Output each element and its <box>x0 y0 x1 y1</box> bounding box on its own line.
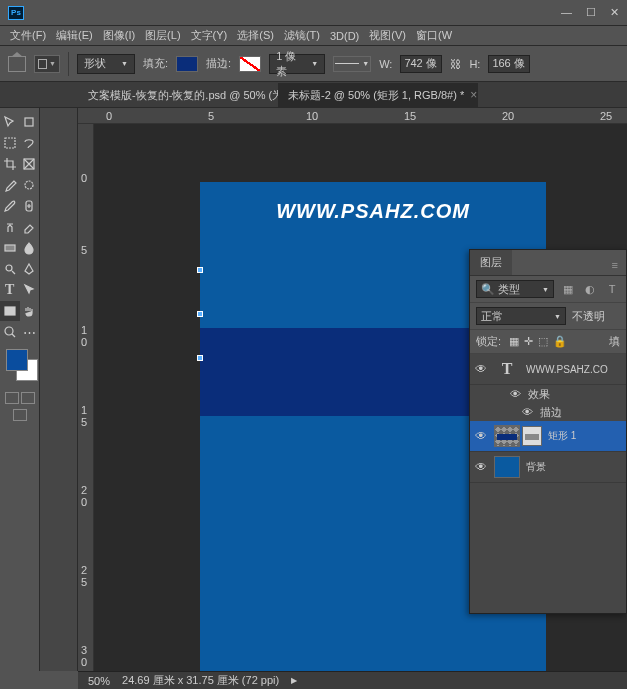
lasso-tool[interactable] <box>20 133 40 153</box>
tool-preset-selector[interactable]: ▼ <box>34 55 60 73</box>
artboard-tool[interactable] <box>20 112 40 132</box>
home-icon[interactable] <box>8 56 26 72</box>
blend-mode-dropdown[interactable]: 正常▼ <box>476 307 566 325</box>
layer-rect[interactable]: 👁 矩形 1 <box>470 421 626 452</box>
menu-type[interactable]: 文字(Y) <box>191 28 228 43</box>
shape-layer-thumb <box>494 425 520 447</box>
visibility-toggle[interactable]: 👁 <box>474 362 488 376</box>
close-button[interactable]: ✕ <box>610 6 619 19</box>
layer-label[interactable]: WWW.PSAHZ.CO <box>526 364 622 375</box>
layer-label[interactable]: 矩形 1 <box>548 429 622 443</box>
app-logo: Ps <box>8 6 24 20</box>
options-bar: ▼ 形状▼ 填充: 描边: 1 像素▼ ▼ W: 742 像 ⛓ H: 166 … <box>0 46 627 82</box>
filter-type-dropdown[interactable]: 🔍 类型 ▼ <box>476 280 554 298</box>
layers-tab[interactable]: 图层 <box>470 250 512 275</box>
stroke-label: 描边: <box>206 56 231 71</box>
brush-tool[interactable] <box>0 196 20 216</box>
gradient-tool[interactable] <box>0 238 20 258</box>
frame-tool[interactable] <box>20 154 40 174</box>
menu-3d[interactable]: 3D(D) <box>330 30 359 42</box>
visibility-toggle[interactable]: 👁 <box>474 460 488 474</box>
stroke-style-dropdown[interactable]: ▼ <box>333 56 371 72</box>
svg-point-3 <box>25 181 33 189</box>
crop-tool[interactable] <box>0 154 20 174</box>
menu-file[interactable]: 文件(F) <box>10 28 46 43</box>
stroke-swatch[interactable] <box>239 56 261 72</box>
menu-select[interactable]: 选择(S) <box>237 28 274 43</box>
layer-label[interactable]: 背景 <box>526 460 622 474</box>
dodge-tool[interactable] <box>0 259 20 279</box>
menu-image[interactable]: 图像(I) <box>103 28 135 43</box>
layer-thumb <box>494 456 520 478</box>
layer-effect-stroke[interactable]: 👁 描边 <box>470 403 626 421</box>
path-select-tool[interactable] <box>20 280 40 300</box>
filter-type-icon[interactable]: T <box>604 281 620 297</box>
document-tab-2[interactable]: 未标题-2 @ 50% (矩形 1, RGB/8#) *× <box>278 83 478 107</box>
quickmask-mode-icon[interactable] <box>21 392 35 404</box>
maximize-button[interactable]: ☐ <box>586 6 596 19</box>
layer-background[interactable]: 👁 背景 <box>470 452 626 483</box>
visibility-toggle[interactable]: 👁 <box>508 388 522 400</box>
menu-edit[interactable]: 编辑(E) <box>56 28 93 43</box>
svg-rect-1 <box>5 138 15 148</box>
title-bar: Ps — ☐ ✕ <box>0 0 627 26</box>
lock-artboard-icon[interactable]: ⬚ <box>538 335 548 348</box>
pen-tool[interactable] <box>20 259 40 279</box>
layers-panel: 图层 ≡ 🔍 类型 ▼ ▦ ◐ T 正常▼ 不透明 锁定: ▦ ✛ ⬚ 🔒 填 … <box>469 249 627 614</box>
lock-pixels-icon[interactable]: ▦ <box>509 335 519 348</box>
type-tool[interactable]: T <box>0 280 20 300</box>
shape-mode-dropdown[interactable]: 形状▼ <box>77 54 135 74</box>
canvas-text-layer: WWW.PSAHZ.COM <box>200 200 546 223</box>
marquee-tool[interactable] <box>0 133 20 153</box>
move-tool[interactable] <box>0 112 20 132</box>
blur-tool[interactable] <box>20 238 40 258</box>
svg-point-8 <box>5 327 13 335</box>
zoom-tool[interactable] <box>0 322 20 342</box>
panel-tab-bar: 图层 ≡ <box>470 250 626 276</box>
layer-effects[interactable]: 👁 效果 <box>470 385 626 403</box>
transform-handle[interactable] <box>197 311 203 317</box>
lock-all-icon[interactable]: 🔒 <box>553 335 567 348</box>
horizontal-ruler[interactable]: 0 5 10 15 20 25 <box>78 108 627 124</box>
standard-mode-icon[interactable] <box>5 392 19 404</box>
panel-menu-icon[interactable]: ≡ <box>604 255 626 275</box>
transform-handle[interactable] <box>197 355 203 361</box>
filter-adjust-icon[interactable]: ◐ <box>582 281 598 297</box>
layer-mask-thumb[interactable] <box>522 426 542 446</box>
zoom-level[interactable]: 50% <box>88 675 110 687</box>
eraser-tool[interactable] <box>20 217 40 237</box>
rectangle-tool[interactable] <box>0 301 20 321</box>
vertical-ruler[interactable]: 0 5 1 0 1 5 2 0 2 5 3 0 <box>78 124 94 671</box>
transform-handle[interactable] <box>197 267 203 273</box>
menu-window[interactable]: 窗口(W <box>416 28 452 43</box>
blend-mode-row: 正常▼ 不透明 <box>470 303 626 330</box>
spot-heal-tool[interactable] <box>20 196 40 216</box>
lock-position-icon[interactable]: ✛ <box>524 335 533 348</box>
quick-select-tool[interactable] <box>20 175 40 195</box>
edit-toolbar[interactable]: ⋯ <box>20 322 40 342</box>
close-tab-icon[interactable]: × <box>470 88 477 102</box>
hand-tool[interactable] <box>20 301 40 321</box>
menu-layer[interactable]: 图层(L) <box>145 28 180 43</box>
panel-collapsed-strip[interactable] <box>40 108 78 671</box>
document-tab-bar: 文案模版-恢复的-恢复的.psd @ 50% (为什么...× 未标题-2 @ … <box>0 82 627 108</box>
filter-image-icon[interactable]: ▦ <box>560 281 576 297</box>
status-bar: 50% 24.69 厘米 x 31.75 厘米 (72 ppi) ▶ <box>78 671 627 689</box>
fill-swatch[interactable] <box>176 56 198 72</box>
menu-filter[interactable]: 滤镜(T) <box>284 28 320 43</box>
link-wh-icon[interactable]: ⛓ <box>450 58 461 70</box>
stroke-width-dropdown[interactable]: 1 像素▼ <box>269 54 325 74</box>
screenmode-icon[interactable] <box>13 409 27 421</box>
minimize-button[interactable]: — <box>561 6 572 19</box>
width-input[interactable]: 742 像 <box>400 55 442 73</box>
height-input[interactable]: 166 像 <box>488 55 530 73</box>
layer-text[interactable]: 👁 T WWW.PSAHZ.CO <box>470 354 626 385</box>
visibility-toggle[interactable]: 👁 <box>474 429 488 443</box>
eyedropper-tool[interactable] <box>0 175 20 195</box>
visibility-toggle[interactable]: 👁 <box>520 406 534 418</box>
menu-view[interactable]: 视图(V) <box>369 28 406 43</box>
foreground-color[interactable] <box>6 349 28 371</box>
document-tab-1[interactable]: 文案模版-恢复的-恢复的.psd @ 50% (为什么...× <box>78 83 278 107</box>
clone-tool[interactable] <box>0 217 20 237</box>
status-menu-arrow[interactable]: ▶ <box>291 676 297 685</box>
